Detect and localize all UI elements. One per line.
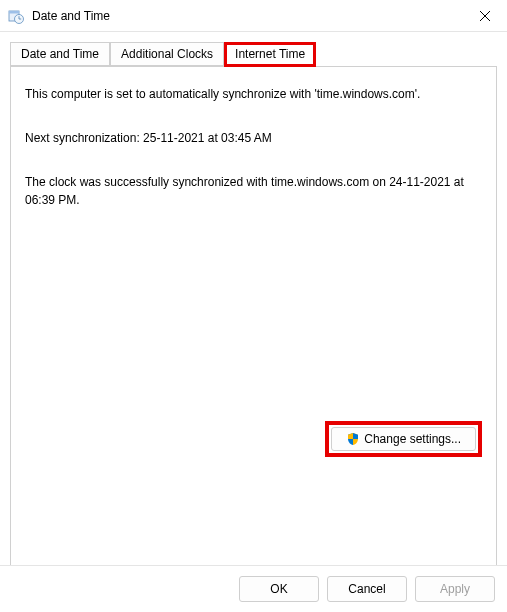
- change-settings-wrap: Change settings...: [325, 421, 482, 457]
- close-icon: [480, 11, 490, 21]
- close-button[interactable]: [462, 0, 507, 32]
- ok-button[interactable]: OK: [239, 576, 319, 602]
- tab-internet-time[interactable]: Internet Time: [224, 42, 316, 67]
- titlebar: Date and Time: [0, 0, 507, 32]
- tab-content: This computer is set to automatically sy…: [10, 66, 497, 566]
- last-sync-text: The clock was successfully synchronized …: [25, 173, 482, 209]
- sync-info-text: This computer is set to automatically sy…: [25, 85, 482, 103]
- change-settings-label: Change settings...: [364, 432, 461, 446]
- dialog-footer: OK Cancel Apply: [0, 565, 507, 612]
- change-settings-button[interactable]: Change settings...: [331, 427, 476, 451]
- tab-additional-clocks[interactable]: Additional Clocks: [110, 42, 224, 66]
- window-title: Date and Time: [32, 9, 462, 23]
- datetime-icon: [8, 8, 24, 24]
- highlight-box: Change settings...: [325, 421, 482, 457]
- cancel-button[interactable]: Cancel: [327, 576, 407, 602]
- tab-bar: Date and Time Additional Clocks Internet…: [0, 32, 507, 66]
- shield-icon: [346, 432, 360, 446]
- svg-rect-1: [9, 11, 19, 14]
- tab-date-and-time[interactable]: Date and Time: [10, 42, 110, 66]
- next-sync-text: Next synchronization: 25-11-2021 at 03:4…: [25, 129, 482, 147]
- apply-button: Apply: [415, 576, 495, 602]
